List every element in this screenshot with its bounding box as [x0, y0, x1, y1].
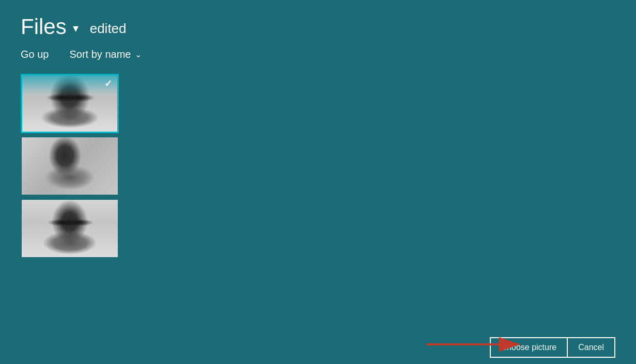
checkmark-icon-1: [102, 77, 114, 90]
edited-label: edited: [90, 21, 127, 37]
file-grid: [0, 69, 636, 263]
arrow-hint: [424, 334, 528, 355]
title-dropdown-icon[interactable]: ▾: [73, 22, 79, 35]
sort-button[interactable]: Sort by name ⌄: [69, 49, 142, 60]
thumbnail-image-3: [22, 200, 118, 257]
sort-label: Sort by name: [69, 49, 131, 60]
file-thumbnail-2[interactable]: [21, 136, 119, 196]
page-title: Files: [21, 14, 67, 39]
thumbnail-image-2: [22, 137, 118, 195]
file-thumbnail-1[interactable]: [21, 74, 119, 133]
bottom-bar: Choose picture Cancel: [0, 330, 636, 364]
toolbar: Go up Sort by name ⌄: [0, 44, 636, 69]
file-thumbnail-3[interactable]: [21, 199, 119, 258]
arrow-icon: [424, 334, 528, 355]
sort-chevron-icon: ⌄: [135, 50, 142, 59]
cancel-button[interactable]: Cancel: [568, 337, 615, 358]
header: Files ▾ edited: [0, 0, 636, 44]
go-up-button[interactable]: Go up: [21, 49, 49, 60]
